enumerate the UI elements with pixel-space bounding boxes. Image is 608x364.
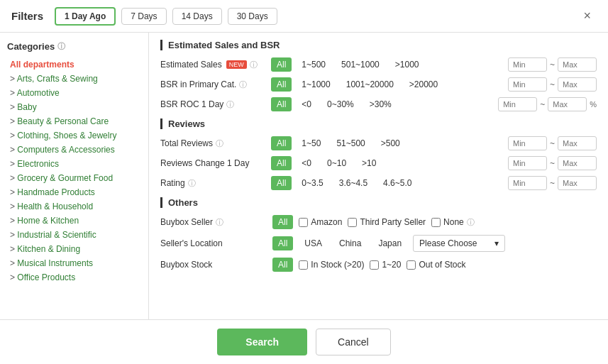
buybox-seller-row: Buybox Seller ⓘ All Amazon Third Party S… (160, 215, 597, 229)
rating-opt2[interactable]: 3.6~4.5 (333, 177, 373, 189)
buybox-stock-1-20-option[interactable]: 1~20 (370, 260, 401, 270)
total-reviews-max-input[interactable] (558, 136, 597, 150)
bsr-roc-min-input[interactable] (498, 97, 537, 111)
buybox-stock-out-of-stock-label: Out of Stock (419, 260, 465, 270)
sidebar-item-arts-crafts[interactable]: Arts, Crafts & Sewing (7, 72, 141, 86)
total-reviews-min-input[interactable] (508, 136, 547, 150)
reviews-change-opt1[interactable]: <0 (296, 157, 317, 170)
sidebar-item-label: Handmade Products (17, 187, 94, 197)
sellers-location-china[interactable]: China (333, 237, 367, 250)
total-reviews-opt3[interactable]: >500 (375, 137, 406, 150)
bsr-roc-opt1[interactable]: <0 (296, 98, 317, 111)
bsr-roc-range: ~ % (498, 97, 597, 111)
sidebar-item-electronics[interactable]: Electronics (7, 157, 141, 171)
sidebar-item-home-kitchen[interactable]: Home & Kitchen (7, 214, 141, 228)
total-reviews-opt2[interactable]: 51~500 (331, 137, 370, 150)
bsr-primary-all-btn[interactable]: All (271, 77, 292, 92)
modal-header: Filters 1 Day Ago 7 Days 14 Days 30 Days… (0, 0, 608, 33)
estimated-sales-all-btn[interactable]: All (271, 57, 292, 72)
time-filter-7days[interactable]: 7 Days (121, 8, 166, 25)
bsr-primary-range: ~ (508, 77, 597, 92)
bsr-roc-all-btn[interactable]: All (271, 97, 292, 111)
rating-max-input[interactable] (558, 176, 597, 190)
sellers-location-dropdown[interactable]: Please Choose ▾ (413, 235, 505, 252)
sidebar-item-computers[interactable]: Computers & Accessories (7, 143, 141, 157)
time-filter-1day[interactable]: 1 Day Ago (55, 7, 116, 26)
reviews-change-label: Reviews Change 1 Day (160, 158, 267, 168)
buybox-seller-info-icon[interactable]: ⓘ (216, 217, 223, 228)
buybox-none-option[interactable]: None ⓘ (431, 217, 475, 228)
sidebar-item-handmade[interactable]: Handmade Products (7, 185, 141, 199)
estimated-sales-opt3[interactable]: >1000 (389, 58, 425, 71)
rating-opt1[interactable]: 0~3.5 (296, 177, 328, 189)
buybox-stock-1-20-checkbox[interactable] (370, 260, 379, 270)
categories-info-icon[interactable]: ⓘ (57, 41, 65, 52)
rating-all-btn[interactable]: All (271, 176, 292, 190)
reviews-change-min-input[interactable] (508, 156, 547, 170)
buybox-stock-in-stock-option[interactable]: In Stock (>20) (299, 260, 364, 270)
bsr-primary-opt1[interactable]: 1~1000 (296, 78, 336, 91)
bsr-primary-info-icon[interactable]: ⓘ (239, 79, 247, 90)
rating-info-icon[interactable]: ⓘ (188, 178, 196, 189)
total-reviews-info-icon[interactable]: ⓘ (216, 138, 223, 149)
total-reviews-label: Total Reviews ⓘ (160, 138, 267, 149)
bsr-roc-max-input[interactable] (548, 97, 587, 111)
bsr-primary-min-input[interactable] (508, 77, 547, 92)
estimated-sales-label: Estimated Sales NEW ⓘ (160, 60, 267, 70)
reviews-change-opt2[interactable]: 0~10 (321, 157, 352, 170)
buybox-none-info-icon[interactable]: ⓘ (467, 217, 475, 228)
sellers-location-usa[interactable]: USA (299, 237, 328, 250)
cancel-button[interactable]: Cancel (316, 329, 391, 355)
sidebar-item-automotive[interactable]: Automotive (7, 86, 141, 100)
estimated-sales-max-input[interactable] (558, 57, 597, 72)
bsr-primary-opt2[interactable]: 1001~20000 (341, 78, 399, 91)
bsr-primary-opt3[interactable]: >20000 (404, 78, 443, 91)
sidebar-item-beauty[interactable]: Beauty & Personal Care (7, 114, 141, 128)
total-reviews-opt1[interactable]: 1~50 (296, 137, 326, 150)
sidebar-item-clothing[interactable]: Clothing, Shoes & Jewelry (7, 128, 141, 143)
sidebar-item-grocery[interactable]: Grocery & Gourmet Food (7, 171, 141, 185)
sidebar-item-industrial[interactable]: Industrial & Scientific (7, 228, 141, 242)
reviews-change-max-input[interactable] (558, 156, 597, 170)
bsr-primary-row: BSR in Primary Cat. ⓘ All 1~1000 1001~20… (160, 77, 597, 92)
rating-min-input[interactable] (508, 176, 547, 190)
reviews-change-opt3[interactable]: >10 (356, 157, 382, 170)
section-estimated-sales-bsr-title: Estimated Sales and BSR (160, 40, 597, 50)
buybox-stock-out-of-stock-option[interactable]: Out of Stock (407, 260, 465, 270)
estimated-sales-min-input[interactable] (508, 57, 547, 72)
bsr-roc-info-icon[interactable]: ⓘ (226, 99, 234, 110)
sidebar-item-office[interactable]: Office Products (7, 270, 141, 285)
buybox-stock-in-stock-label: In Stock (>20) (311, 260, 364, 270)
estimated-sales-opt2[interactable]: 501~1000 (336, 58, 385, 71)
estimated-sales-info-icon[interactable]: ⓘ (250, 60, 258, 70)
bsr-roc-opt3[interactable]: >30% (364, 98, 397, 111)
buybox-seller-all-btn[interactable]: All (272, 215, 293, 229)
sidebar-item-kitchen-dining[interactable]: Kitchen & Dining (7, 242, 141, 256)
estimated-sales-opt1[interactable]: 1~500 (296, 58, 331, 71)
reviews-change-all-btn[interactable]: All (271, 156, 292, 170)
sellers-location-japan[interactable]: Japan (372, 237, 407, 250)
buybox-third-party-checkbox[interactable] (348, 218, 357, 227)
bsr-primary-max-input[interactable] (558, 77, 597, 92)
sidebar-item-baby[interactable]: Baby (7, 100, 141, 114)
categories-label: Categories (7, 41, 55, 52)
sidebar-item-health[interactable]: Health & Household (7, 199, 141, 214)
bsr-roc-opt2[interactable]: 0~30% (321, 98, 360, 111)
buybox-stock-in-stock-checkbox[interactable] (299, 260, 308, 270)
time-filter-14days[interactable]: 14 Days (172, 8, 222, 25)
sidebar-item-label: Arts, Crafts & Sewing (17, 74, 98, 84)
sidebar-item-musical[interactable]: Musical Instruments (7, 256, 141, 270)
total-reviews-all-btn[interactable]: All (271, 136, 292, 150)
buybox-stock-all-btn[interactable]: All (272, 258, 293, 272)
sidebar-item-all-departments[interactable]: All departments (7, 57, 141, 72)
rating-opt3[interactable]: 4.6~5.0 (377, 177, 417, 189)
buybox-none-checkbox[interactable] (431, 218, 441, 227)
search-button[interactable]: Search (217, 329, 307, 355)
buybox-amazon-checkbox[interactable] (299, 218, 308, 227)
time-filter-30days[interactable]: 30 Days (228, 8, 277, 25)
sellers-location-all-btn[interactable]: All (272, 236, 293, 250)
buybox-stock-out-of-stock-checkbox[interactable] (407, 260, 416, 270)
buybox-amazon-option[interactable]: Amazon (299, 217, 342, 227)
buybox-third-party-option[interactable]: Third Party Seller (348, 217, 426, 227)
close-button[interactable]: × (577, 6, 597, 26)
